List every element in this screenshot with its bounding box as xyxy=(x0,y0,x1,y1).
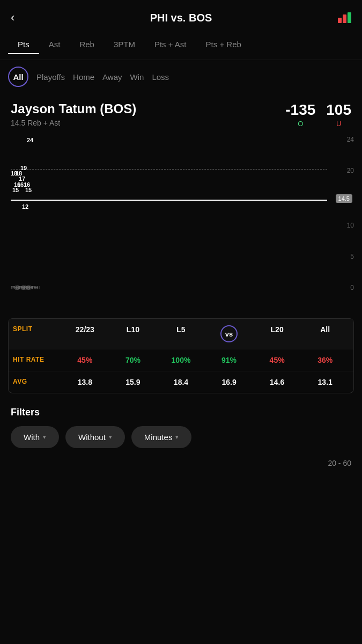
page-title: PHI vs. BOS xyxy=(150,12,212,24)
chart-container: 18PHI15PHI16@PHI18@PHI16PHI17PHI19@PHI12… xyxy=(0,130,362,313)
filter-tab-playoffs[interactable]: Playoffs xyxy=(36,72,65,82)
range-label: 20 - 60 xyxy=(328,459,351,467)
filter-tabs: All Playoffs Home Away Win Loss xyxy=(0,60,362,93)
y-label-0: 0 xyxy=(330,284,354,291)
player-section: Jayson Tatum (BOS) 14.5 Reb + Ast -135 O… xyxy=(0,93,362,130)
y-label-5: 5 xyxy=(330,253,354,260)
filter-tab-win[interactable]: Win xyxy=(130,72,144,82)
chart-icon xyxy=(338,12,351,23)
dashed-line xyxy=(11,169,327,170)
minutes-filter-button[interactable]: Minutes ▾ xyxy=(131,426,192,448)
threshold-line xyxy=(11,200,327,201)
odds-over-value: -135 xyxy=(285,101,315,119)
filter-tab-loss[interactable]: Loss xyxy=(152,72,169,82)
icon-bar-3 xyxy=(348,12,351,23)
back-button[interactable]: ‹ xyxy=(11,11,14,25)
with-chevron: ▾ xyxy=(43,434,46,441)
split-vs: vs xyxy=(205,325,253,342)
odds-over-label: O xyxy=(285,120,315,128)
avg-l5: 18.4 xyxy=(157,378,205,386)
stat-tab-3ptm[interactable]: 3PTM xyxy=(104,35,145,54)
odds-under: 105 U xyxy=(326,101,351,128)
split-label: SPLIT xyxy=(13,325,61,342)
filters-title: Filters xyxy=(11,407,351,418)
player-info: Jayson Tatum (BOS) 14.5 Reb + Ast xyxy=(11,101,136,127)
hit-rate-vs: 91% xyxy=(205,356,253,364)
player-stat-line: 14.5 Reb + Ast xyxy=(11,119,136,127)
odds-under-value: 105 xyxy=(326,101,351,119)
split-l5: L5 xyxy=(157,325,205,342)
hit-rate-l20: 45% xyxy=(253,356,301,364)
hit-rate-row: HIT RATE 45% 70% 100% 91% 45% 36% xyxy=(9,349,353,371)
with-filter-button[interactable]: With ▾ xyxy=(11,426,59,448)
stat-tab-reb[interactable]: Reb xyxy=(70,35,104,54)
filters-section: Filters With ▾ Without ▾ Minutes ▾ xyxy=(0,399,362,453)
split-l20: L20 xyxy=(253,325,301,342)
minutes-chevron: ▾ xyxy=(175,434,179,441)
stats-header-row: SPLIT 22/23 L10 L5 vs L20 All xyxy=(9,319,353,349)
stats-table: SPLIT 22/23 L10 L5 vs L20 All HIT RATE 4… xyxy=(8,318,354,393)
avg-vs: 16.9 xyxy=(205,378,253,386)
without-label: Without xyxy=(78,433,106,442)
icon-bar-2 xyxy=(343,14,346,23)
odds-section: -135 O 105 U xyxy=(285,101,351,128)
stat-tabs: Pts Ast Reb 3PTM Pts + Ast Pts + Reb xyxy=(0,30,362,60)
player-name: Jayson Tatum (BOS) xyxy=(11,101,136,116)
range-row: 20 - 60 xyxy=(0,453,362,473)
hit-rate-l10: 70% xyxy=(109,356,157,364)
hit-rate-2223: 45% xyxy=(61,356,109,364)
split-2223: 22/23 xyxy=(61,325,109,342)
odds-over: -135 O xyxy=(285,101,315,128)
without-chevron: ▾ xyxy=(109,434,112,441)
icon-bar-1 xyxy=(338,18,342,23)
split-l10: L10 xyxy=(109,325,157,342)
stat-tab-pts[interactable]: Pts xyxy=(8,35,39,54)
chart-bars-area: 18PHI15PHI16@PHI18@PHI16PHI17PHI19@PHI12… xyxy=(8,136,54,281)
y-axis: 24 20 10 5 0 xyxy=(330,136,354,291)
y-label-20: 20 xyxy=(330,167,354,174)
chart-inner: 18PHI15PHI16@PHI18@PHI16PHI17PHI19@PHI12… xyxy=(8,136,354,313)
header: ‹ PHI vs. BOS xyxy=(0,0,362,30)
y-label-10: 10 xyxy=(330,222,354,229)
minutes-label: Minutes xyxy=(144,433,173,442)
filter-tab-home[interactable]: Home xyxy=(73,72,94,82)
with-label: With xyxy=(24,433,40,442)
filter-tab-away[interactable]: Away xyxy=(102,72,122,82)
avg-label: AVG xyxy=(13,378,61,386)
hit-rate-label: HIT RATE xyxy=(13,356,61,364)
avg-all: 13.1 xyxy=(301,378,349,386)
threshold-label: 14.5 xyxy=(336,194,352,203)
filter-tab-all[interactable]: All xyxy=(8,67,28,87)
split-all: All xyxy=(301,325,349,342)
avg-l20: 14.6 xyxy=(253,378,301,386)
stat-tab-ast[interactable]: Ast xyxy=(39,35,70,54)
without-filter-button[interactable]: Without ▾ xyxy=(65,426,125,448)
y-label-24: 24 xyxy=(330,136,354,143)
avg-row: AVG 13.8 15.9 18.4 16.9 14.6 13.1 xyxy=(9,371,353,393)
hit-rate-l5: 100% xyxy=(157,356,205,364)
stat-tab-pts-reb[interactable]: Pts + Reb xyxy=(196,35,251,54)
avg-2223: 13.8 xyxy=(61,378,109,386)
stat-tab-pts-ast[interactable]: Pts + Ast xyxy=(145,35,196,54)
avg-l10: 15.9 xyxy=(109,378,157,386)
odds-under-label: U xyxy=(326,120,351,128)
filter-buttons: With ▾ Without ▾ Minutes ▾ xyxy=(11,426,351,448)
hit-rate-all: 36% xyxy=(301,356,349,364)
